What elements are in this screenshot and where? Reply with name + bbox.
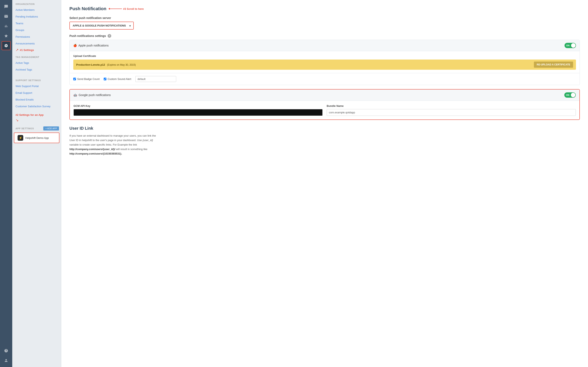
sidebar-item-active-members[interactable]: Active Members [12, 7, 61, 13]
tag-section-label: TAG MANAGEMENT [12, 53, 61, 59]
reupload-cert-button[interactable]: RE-UPLOAD A CERTIFICATE [534, 62, 573, 68]
sidebar-item-groups[interactable]: Groups [12, 27, 61, 33]
sound-input[interactable] [135, 76, 176, 82]
google-card-title: 🤖 Google push notifications [73, 93, 111, 97]
push-settings-help-icon[interactable]: ? [108, 34, 111, 38]
cert-filename: Production-Lenote.p12 (Expires on May 30… [76, 63, 532, 66]
badge-count-checkbox[interactable] [73, 78, 76, 80]
google-card-header: 🤖 Google push notifications ON [70, 90, 579, 101]
select-arrow-wrapper[interactable]: APPLE & GOOGLE PUSH NOTIFICATIONS APPLE … [70, 22, 133, 29]
apple-toggle-track[interactable]: ON [564, 43, 576, 48]
server-select-label: Select push notification server [69, 16, 580, 20]
options-row: Send Badge Count Custom Sound Alert [70, 73, 580, 85]
gcm-api-key-group: GCM API Key [73, 104, 323, 116]
chart-nav-icon[interactable] [2, 22, 11, 31]
app-icon: ⚡ [17, 135, 23, 141]
bundle-name-input[interactable] [327, 109, 576, 116]
sidebar-item-announcements[interactable]: Announcements [12, 40, 61, 47]
apple-toggle-label: ON [566, 44, 570, 47]
annotation-3: #3 Scroll to here [110, 7, 144, 10]
sidebar-item-web-support[interactable]: Web Support Portal [12, 83, 61, 90]
page-title: Push Notification [69, 6, 106, 11]
annotation-arrow-line [110, 8, 122, 9]
annotation-1: ↗ #1 Settings [12, 47, 61, 53]
app-name-label: Helpshift Demo App [25, 136, 49, 140]
push-settings-label: Push notifications settings ? [69, 34, 580, 38]
sidebar-item-csat[interactable]: Customer Satisfaction Survey [12, 103, 61, 110]
apple-toggle-knob [571, 43, 576, 48]
sidebar-item-pending-invitations[interactable]: Pending Invitations [12, 13, 61, 20]
google-toggle-track[interactable]: ON [564, 92, 576, 98]
support-section-label: SUPPORT SETTINGS [12, 76, 61, 83]
gcm-api-key-label: GCM API Key [73, 104, 323, 108]
sidebar-item-active-tags[interactable]: Active Tags [12, 59, 61, 66]
chat-nav-icon[interactable] [2, 2, 11, 11]
app-settings-label: APP SETTINGS [16, 127, 34, 130]
google-toggle-label: ON [566, 94, 570, 96]
sidebar: ORGANIZATION Active Members Pending Invi… [12, 0, 61, 367]
org-section-label: ORGANIZATION [12, 0, 61, 7]
annotation-1-label: #1 Settings [20, 49, 34, 52]
gcm-body: GCM API Key Bundle Name [70, 101, 579, 119]
bundle-name-label: Bundle Name [327, 104, 576, 108]
user-nav-icon[interactable] [2, 356, 11, 365]
apple-icon: 🍎 [73, 44, 77, 47]
sidebar-item-email-support[interactable]: Email Support [12, 90, 61, 96]
google-notif-card: 🤖 Google push notifications ON GCM API K… [69, 89, 580, 120]
custom-sound-checkbox-label[interactable]: Custom Sound Alert [104, 77, 131, 81]
page-title-row: Push Notification #3 Scroll to here [69, 6, 580, 11]
upload-cert-section: Upload Certificate Production-Lenote.p12… [70, 51, 580, 73]
apple-notif-card: 🍎 Apple push notifications ON Upload Cer… [69, 40, 580, 85]
google-toggle[interactable]: ON [564, 92, 576, 98]
apple-toggle[interactable]: ON [564, 43, 576, 48]
user-id-section: User ID Link If you have an external das… [69, 126, 580, 156]
app-list-item[interactable]: ⚡ Helpshift Demo App [14, 133, 60, 143]
app-settings-header: APP SETTINGS + ADD APP [12, 124, 61, 132]
badge-count-checkbox-label[interactable]: Send Badge Count [73, 77, 100, 81]
gcm-fields-row: GCM API Key Bundle Name [73, 104, 576, 116]
gcm-api-key-input[interactable] [73, 109, 323, 116]
sidebar-item-archived-tags[interactable]: Archived Tags [12, 66, 61, 73]
add-app-button[interactable]: + ADD APP [43, 126, 59, 131]
apple-card-title: 🍎 Apple push notifications [73, 44, 109, 47]
sidebar-item-teams[interactable]: Teams [12, 20, 61, 27]
annotation-3-label: #3 Scroll to here [123, 7, 144, 10]
main-content: Push Notification #3 Scroll to here Sele… [61, 0, 588, 367]
settings-nav-icon[interactable] [2, 41, 11, 50]
user-id-title: User ID Link [69, 126, 580, 131]
server-select-wrapper[interactable]: APPLE & GOOGLE PUSH NOTIFICATIONS APPLE … [69, 22, 134, 30]
custom-sound-checkbox[interactable] [104, 78, 106, 80]
cert-file-row: Production-Lenote.p12 (Expires on May 30… [73, 59, 576, 70]
annotation-2-label: #2 Settings for an App [16, 113, 43, 117]
annotation-1-arrow: ↗ [16, 48, 18, 52]
sidebar-item-blocked-emails[interactable]: Blocked Emails [12, 96, 61, 103]
google-toggle-knob [571, 93, 575, 97]
server-select[interactable]: APPLE & GOOGLE PUSH NOTIFICATIONS APPLE … [70, 22, 133, 29]
android-icon: 🤖 [73, 93, 77, 97]
upload-cert-label: Upload Certificate [73, 54, 576, 58]
star-nav-icon[interactable] [2, 31, 11, 40]
apple-card-header: 🍎 Apple push notifications ON [70, 40, 580, 51]
user-id-text: If you have an external dashboard to man… [69, 133, 159, 156]
icon-bar [0, 0, 12, 367]
inbox-nav-icon[interactable] [2, 12, 11, 21]
sidebar-item-permissions[interactable]: Permissions [12, 33, 61, 40]
help-nav-icon[interactable] [2, 346, 11, 355]
bundle-name-group: Bundle Name [327, 104, 576, 116]
